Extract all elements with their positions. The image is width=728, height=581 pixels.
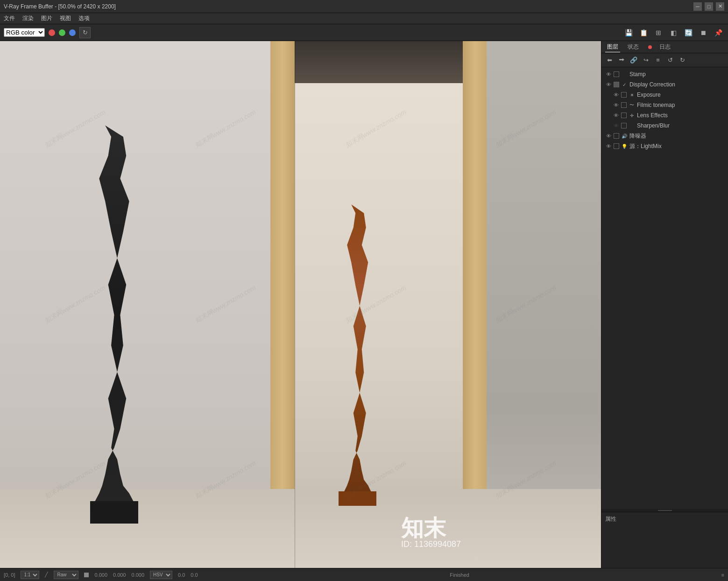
finished-text: Finished xyxy=(204,572,716,578)
layer-item-lightmix[interactable]: 👁 💡 源：LightMix xyxy=(601,141,728,151)
menu-view[interactable]: 视图 xyxy=(60,14,71,22)
status-dot xyxy=(648,45,652,49)
label-stamp: Stamp xyxy=(629,71,724,78)
eye-sharpen[interactable]: 👁 xyxy=(613,122,619,129)
pin-icon[interactable]: 📌 xyxy=(712,27,724,39)
refresh-button[interactable]: ↻ xyxy=(79,27,91,38)
red-channel-dot[interactable] xyxy=(49,29,55,36)
status-bar: [0, 0] 1:1 1:2 2:1 ╱ Raw sRGB 0.000 0.00… xyxy=(0,568,728,581)
label-exposure: Exposure xyxy=(637,92,724,98)
checkbox-stamp[interactable] xyxy=(614,71,619,77)
icon-lightmix: 💡 xyxy=(621,143,628,149)
checkbox-lightmix[interactable] xyxy=(614,143,619,149)
layer-item-lens[interactable]: 👁 ✛ Lens Effects xyxy=(609,110,728,120)
minimize-button[interactable]: ─ xyxy=(693,2,702,11)
save-icon[interactable]: 💾 xyxy=(622,27,635,39)
icon-display-correction: ✓ xyxy=(621,81,628,88)
eye-display-correction[interactable]: 👁 xyxy=(605,81,612,88)
label-denoiser: 降噪器 xyxy=(629,132,724,140)
panel-toolbar: ⬅ ⮕ 🔗 ↪ ≡ ↺ ↻ xyxy=(601,53,728,67)
coords-text: [0, 0] xyxy=(4,572,15,578)
extra-val-1: 0.0 xyxy=(178,572,185,578)
title-text: V-Ray Frame Buffer - [50.0% of 2420 x 22… xyxy=(4,3,116,10)
tab-status[interactable]: 状态 xyxy=(626,42,641,52)
menu-bar: 文件 渲染 图片 视图 选项 xyxy=(0,13,728,24)
layer-list[interactable]: 👁 Stamp 👁 ✓ Display Correction 👁 ☀ Expos… xyxy=(601,67,728,509)
blue-channel-dot[interactable] xyxy=(69,29,76,36)
close-button[interactable]: ✕ xyxy=(716,2,724,11)
val-g: 0.000 xyxy=(113,572,126,578)
history-icon[interactable]: ⊞ xyxy=(652,27,664,39)
save-as-icon[interactable]: 📋 xyxy=(637,27,650,39)
eye-stamp[interactable]: 👁 xyxy=(605,71,612,78)
stop-icon[interactable]: ⏹ xyxy=(697,27,709,39)
pt-undo-icon[interactable]: ↺ xyxy=(665,55,675,65)
layer-item-denoiser[interactable]: 👁 🔊 降噪器 xyxy=(601,131,728,141)
label-display-correction: Display Correction xyxy=(629,81,724,88)
label-lightmix: 源：LightMix xyxy=(629,142,724,150)
layer-item-display-correction[interactable]: 👁 ✓ Display Correction xyxy=(601,79,728,90)
sculpture-left xyxy=(84,125,144,504)
checkbox-denoiser[interactable] xyxy=(614,133,619,139)
menu-image[interactable]: 图片 xyxy=(41,14,52,22)
eye-lightmix[interactable]: 👁 xyxy=(605,143,612,149)
pt-redo-icon[interactable]: ↻ xyxy=(677,55,687,65)
icon-sharpen xyxy=(629,122,635,129)
pt-link-icon[interactable]: 🔗 xyxy=(629,55,639,65)
label-filmic: Filmic tonemap xyxy=(637,102,724,108)
layer-item-stamp[interactable]: 👁 Stamp xyxy=(601,69,728,79)
list-icon-status[interactable]: ≡ xyxy=(721,572,724,578)
render-region-icon[interactable]: 🔄 xyxy=(682,27,694,39)
viewport-divider xyxy=(295,41,295,568)
layer-item-sharpen[interactable]: 👁 Sharpen/Blur xyxy=(609,120,728,131)
extra-val-2: 0.0 xyxy=(191,572,198,578)
toolbar-right: 💾 📋 ⊞ ◧ 🔄 ⏹ 📌 xyxy=(622,27,724,39)
zoom-select[interactable]: 1:1 1:2 2:1 xyxy=(21,571,39,579)
eye-lens[interactable]: 👁 xyxy=(613,112,619,119)
layer-item-exposure[interactable]: 👁 ☀ Exposure xyxy=(609,90,728,100)
room-interior xyxy=(295,41,463,505)
icon-lens: ✛ xyxy=(629,112,635,119)
tab-log[interactable]: 日志 xyxy=(657,42,672,52)
mode-icon: ╱ xyxy=(45,572,48,578)
title-controls: ─ □ ✕ xyxy=(693,2,724,11)
pt-back-icon[interactable]: ⬅ xyxy=(604,55,615,65)
title-bar: V-Ray Frame Buffer - [50.0% of 2420 x 22… xyxy=(0,0,728,13)
eye-exposure[interactable]: 👁 xyxy=(613,92,619,98)
pt-forward-icon[interactable]: ⮕ xyxy=(616,55,627,65)
icon-stamp xyxy=(621,71,628,78)
pt-merge-icon[interactable]: ↪ xyxy=(641,55,651,65)
sculpture-right xyxy=(337,205,379,494)
icon-exposure: ☀ xyxy=(629,92,635,98)
menu-file[interactable]: 文件 xyxy=(4,14,15,22)
checkbox-filmic[interactable] xyxy=(621,102,627,108)
menu-options[interactable]: 选项 xyxy=(78,14,90,22)
color-swatch xyxy=(84,573,89,577)
pt-list-icon[interactable]: ≡ xyxy=(653,55,663,65)
compare-icon[interactable]: ◧ xyxy=(667,27,679,39)
tab-layers[interactable]: 图层 xyxy=(605,42,620,52)
eye-filmic[interactable]: 👁 xyxy=(613,102,619,108)
panel-tabs: 图层 状态 日志 xyxy=(601,41,728,53)
icon-denoiser: 🔊 xyxy=(621,133,628,139)
layer-item-filmic[interactable]: 👁 〜 Filmic tonemap xyxy=(609,100,728,110)
checkbox-lens[interactable] xyxy=(621,113,627,118)
render-viewport[interactable]: 知末网www.znzmo.com 知末网www.znzmo.com 知末网www… xyxy=(0,41,601,568)
properties-section: 属性 xyxy=(601,512,728,568)
right-panel: 图层 状态 日志 ⬅ ⮕ 🔗 ↪ ≡ ↺ ↻ 👁 Stamp xyxy=(601,41,728,568)
checkbox-sharpen[interactable] xyxy=(621,123,627,128)
main-layout: 知末网www.znzmo.com 知末网www.znzmo.com 知末网www… xyxy=(0,41,728,568)
maximize-button[interactable]: □ xyxy=(705,2,713,11)
eye-denoiser[interactable]: 👁 xyxy=(605,133,612,139)
color-mode-dropdown[interactable]: RGB color Alpha Luminance xyxy=(4,28,45,37)
checkbox-display-correction[interactable] xyxy=(614,82,619,87)
ceiling-strip xyxy=(295,41,463,83)
coords-display: [0, 0] xyxy=(4,572,15,578)
menu-render[interactable]: 渲染 xyxy=(22,14,34,22)
channel-mode-select[interactable]: Raw sRGB xyxy=(54,571,78,579)
icon-filmic: 〜 xyxy=(629,102,635,108)
checkbox-exposure[interactable] xyxy=(621,92,627,98)
label-lens: Lens Effects xyxy=(637,112,724,119)
green-channel-dot[interactable] xyxy=(59,29,65,36)
hsv-select[interactable]: HSV RGB xyxy=(150,571,172,579)
